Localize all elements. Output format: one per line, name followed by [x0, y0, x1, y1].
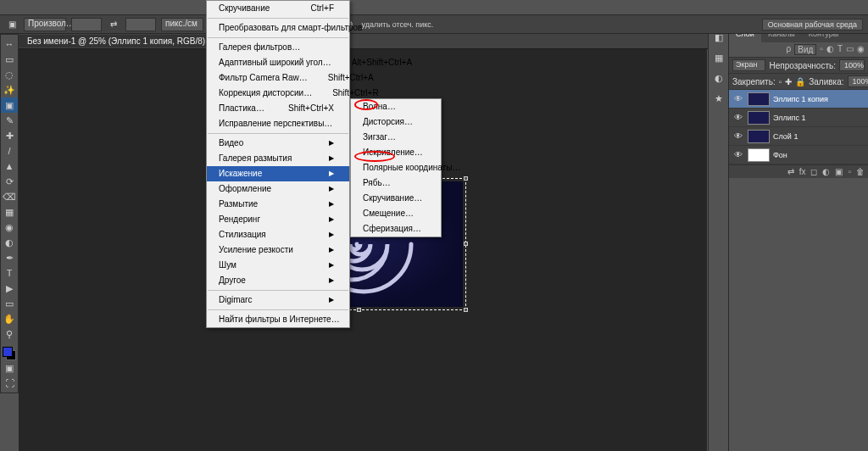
screenmode-toggle[interactable]: ⛶	[1, 376, 18, 391]
submenu-item[interactable]: Скручивание…	[351, 191, 441, 206]
layer-row[interactable]: 👁Эллипс 1 копия	[729, 90, 868, 109]
lock-all-icon[interactable]: 🔒	[795, 77, 805, 86]
lock-pixels-icon[interactable]: ▫	[779, 77, 782, 86]
submenu-item[interactable]: Смещение…	[351, 206, 441, 221]
layer-thumb	[748, 111, 770, 125]
visibility-icon[interactable]: 👁	[732, 113, 744, 122]
layer-mask-icon[interactable]: ◻	[810, 167, 817, 176]
panel-icon-swatches[interactable]: ▦	[712, 51, 726, 64]
filter-type[interactable]: ρ	[787, 44, 792, 55]
tool-zoom[interactable]: ⚲	[1, 326, 18, 342]
opacity-value[interactable]	[839, 59, 865, 71]
tool-dodge[interactable]: ◐	[1, 235, 18, 250]
menu-item[interactable]: Видео▶	[207, 136, 349, 151]
tool-lasso[interactable]: ◌	[1, 67, 18, 82]
visibility-icon[interactable]: 👁	[732, 131, 744, 141]
options-bar: ▣ Произвол… ⇄ пикс./см Удалить 📐 Выпрями…	[0, 15, 868, 34]
tool-stamp[interactable]: ▲	[1, 159, 18, 174]
layer-name: Фон	[773, 151, 787, 159]
menu-item[interactable]: Коррекция дисторсии…Shift+Ctrl+R	[207, 86, 349, 101]
new-layer-icon[interactable]: ▫	[848, 167, 851, 176]
visibility-icon[interactable]: 👁	[732, 94, 744, 103]
menu-item[interactable]: Искажение▶	[207, 166, 349, 181]
menu-item[interactable]: СкручиваниеCtrl+F	[207, 1, 349, 16]
crop-unit[interactable]: пикс./см	[161, 18, 203, 31]
tool-crop[interactable]: ▣	[1, 97, 18, 113]
fill-value[interactable]	[848, 75, 869, 87]
layer-row[interactable]: 👁Эллипс 1	[729, 109, 868, 127]
menu-item[interactable]: Галерея размытия▶	[207, 151, 349, 166]
menu-item[interactable]: Преобразовать для смарт-фильтров	[207, 20, 349, 36]
tool-gradient[interactable]: ▦	[1, 204, 18, 220]
filter-adjust-icon[interactable]: ◐	[826, 44, 834, 55]
submenu-item[interactable]: Зигзаг…	[351, 130, 441, 145]
filter-type-select[interactable]: Вид	[794, 44, 816, 55]
doc-tab-1[interactable]: Без имени-1 @ 25% (Эллипс 1 копия, RGB/8…	[19, 35, 224, 47]
color-swatches[interactable]	[3, 347, 16, 360]
doc-tab-1-label: Без имени-1 @ 25% (Эллипс 1 копия, RGB/8…	[27, 36, 205, 46]
menu-item[interactable]: Оформление▶	[207, 181, 349, 197]
menu-item[interactable]: Другое▶	[207, 273, 349, 288]
tool-shape[interactable]: ▭	[1, 296, 18, 311]
filter-pixel-icon[interactable]: ▫	[820, 44, 823, 55]
layer-row[interactable]: 👁Слой 1	[729, 127, 868, 146]
menu-item[interactable]: Digimarc▶	[207, 292, 349, 308]
lock-label: Закрепить:	[732, 77, 776, 86]
swap-icon[interactable]: ⇄	[107, 18, 120, 31]
panel-icon-adjustments[interactable]: ◐	[712, 71, 726, 85]
delete-layer-icon[interactable]: 🗑	[856, 167, 865, 176]
filter-text-icon[interactable]: T	[837, 44, 843, 55]
quickmask-toggle[interactable]: ▣	[1, 360, 18, 376]
submenu-item[interactable]: Волна…	[351, 99, 441, 114]
menu-item[interactable]: Найти фильтры в Интернете…	[207, 312, 349, 327]
tool-wand[interactable]: ✨	[1, 82, 18, 97]
menu-item[interactable]: Усиление резкости▶	[207, 242, 349, 258]
crop-preset[interactable]: Произвол…	[24, 18, 66, 31]
panel-icon-styles[interactable]: ★	[712, 92, 726, 105]
visibility-icon[interactable]: 👁	[732, 150, 744, 159]
tool-pen[interactable]: ✒	[1, 250, 18, 265]
layers-panel: Слои Каналы Контуры ρ Вид ▫ ◐ T ▭ ◉ Экра…	[728, 15, 868, 451]
tools-palette: ↔ ▭ ◌ ✨ ▣ ✎ ✚ / ▲ ⟳ ⌫ ▦ ◉ ◐ ✒ T ▶ ▭ ✋ ⚲ …	[0, 34, 19, 393]
menu-item[interactable]: Стилизация▶	[207, 227, 349, 242]
tool-text[interactable]: T	[1, 265, 18, 281]
tool-move[interactable]: ↔	[1, 36, 18, 52]
link-layers-icon[interactable]: ⇄	[787, 167, 794, 176]
menu-item[interactable]: Рендеринг▶	[207, 212, 349, 227]
adjustment-layer-icon[interactable]: ◐	[822, 167, 830, 176]
blend-mode[interactable]: Экран	[732, 59, 765, 71]
layer-group-icon[interactable]: ▣	[835, 167, 843, 176]
menubar[interactable]	[0, 0, 868, 15]
submenu-item[interactable]: Дисторсия…	[351, 114, 441, 130]
workspace-switcher[interactable]: Основная рабочая среда	[762, 19, 863, 31]
menu-item[interactable]: Шум▶	[207, 258, 349, 273]
tool-eraser[interactable]: ⌫	[1, 189, 18, 204]
menu-item[interactable]: Исправление перспективы…Alt+Ctrl+V	[207, 116, 349, 131]
tool-eyedropper[interactable]: ✎	[1, 113, 18, 128]
tool-path[interactable]: ▶	[1, 281, 18, 296]
tool-brush[interactable]: /	[1, 143, 18, 159]
tool-history[interactable]: ⟳	[1, 174, 18, 189]
tool-blur[interactable]: ◉	[1, 220, 18, 235]
crop-height[interactable]	[125, 18, 156, 31]
menu-item[interactable]: Размытие▶	[207, 197, 349, 212]
lock-position-icon[interactable]: ✚	[785, 77, 792, 86]
layer-row[interactable]: 👁Фон	[729, 146, 868, 164]
submenu-item[interactable]: Полярные координаты…	[351, 160, 441, 175]
distort-submenu: Волна…Дисторсия…Зигзаг…Искривление…Поляр…	[350, 98, 442, 237]
tool-heal[interactable]: ✚	[1, 128, 18, 143]
submenu-item[interactable]: Сферизация…	[351, 221, 441, 237]
crop-width[interactable]	[71, 18, 102, 31]
tool-hand[interactable]: ✋	[1, 311, 18, 326]
submenu-item[interactable]: Искривление…	[351, 145, 441, 160]
filter-shape-icon[interactable]: ▭	[846, 44, 854, 55]
fill-label: Заливка:	[809, 77, 843, 86]
layer-fx-icon[interactable]: fx	[799, 167, 806, 176]
menu-item[interactable]: Пластика…Shift+Ctrl+X	[207, 101, 349, 116]
menu-item[interactable]: Адаптивный широкий угол…Alt+Shift+Ctrl+A	[207, 55, 349, 70]
menu-item[interactable]: Фильтр Camera Raw…Shift+Ctrl+A	[207, 70, 349, 86]
menu-item[interactable]: Галерея фильтров…	[207, 40, 349, 55]
filter-smart-icon[interactable]: ◉	[857, 44, 865, 55]
submenu-item[interactable]: Рябь…	[351, 175, 441, 191]
tool-marquee[interactable]: ▭	[1, 52, 18, 67]
